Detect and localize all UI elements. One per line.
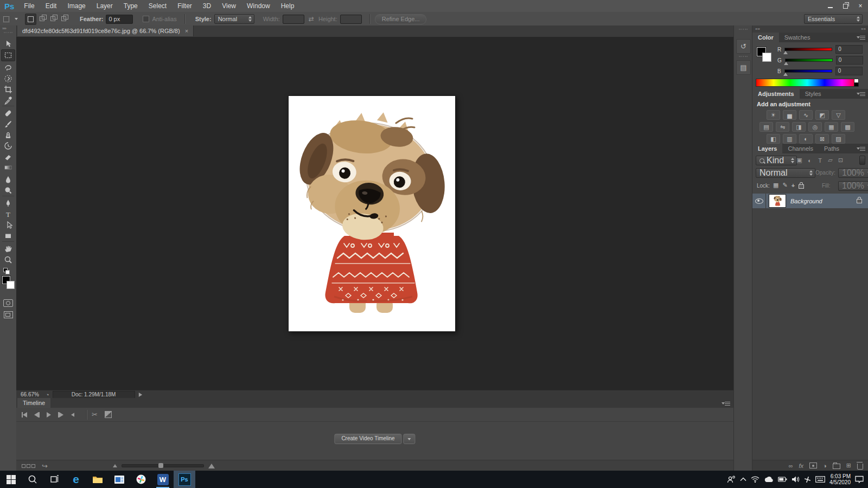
pixel-layers-filter-icon[interactable]: ▣: [795, 156, 804, 165]
workspace-select[interactable]: Essentials: [804, 14, 863, 24]
touch-keyboard-icon[interactable]: [815, 476, 825, 483]
properties-panel-icon[interactable]: ▤: [736, 60, 751, 75]
swap-dimensions-icon[interactable]: ⇄: [309, 15, 314, 23]
green-slider-thumb[interactable]: [784, 62, 788, 65]
blue-slider-thumb[interactable]: [783, 73, 788, 76]
new-adjustment-layer-icon[interactable]: ◑: [823, 463, 827, 469]
lock-transparency-icon[interactable]: ▦: [773, 182, 778, 189]
background-color-swatch[interactable]: [7, 281, 15, 289]
task-view-button[interactable]: [43, 471, 65, 488]
levels-adjustment-icon[interactable]: ▅: [783, 110, 796, 120]
document-canvas[interactable]: [288, 95, 456, 332]
threshold-adjustment-icon[interactable]: ◐: [799, 134, 813, 144]
delete-layer-icon[interactable]: [857, 464, 863, 470]
document-tab[interactable]: dfd492cfe80dc5f63d91fd019ce8e76c.jpg @ 6…: [17, 25, 194, 36]
hand-tool[interactable]: [2, 243, 15, 254]
black-white-adjustment-icon[interactable]: ◨: [792, 122, 806, 132]
strip-grip[interactable]: [739, 56, 748, 57]
new-selection-mode-button[interactable]: [25, 14, 36, 25]
wifi-icon[interactable]: [751, 476, 760, 483]
add-layer-mask-icon[interactable]: [809, 463, 817, 468]
photoshop-taskbar-button[interactable]: Ps: [174, 471, 195, 488]
menu-file[interactable]: File: [18, 0, 40, 12]
toolbar-grip[interactable]: [4, 32, 12, 33]
tab-color[interactable]: Color: [752, 33, 779, 42]
posterize-adjustment-icon[interactable]: ▥: [783, 134, 796, 144]
lock-pixels-icon[interactable]: ✎: [782, 182, 787, 189]
volume-icon[interactable]: [792, 476, 800, 483]
tab-paths[interactable]: Paths: [819, 144, 845, 153]
background-layer-row[interactable]: Background: [752, 194, 868, 208]
zoom-tool[interactable]: [2, 254, 15, 265]
layer-thumbnail[interactable]: [769, 194, 786, 208]
rectangular-marquee-tool[interactable]: [1, 49, 15, 61]
expand-dock-icon[interactable]: »»: [861, 27, 866, 31]
color-spectrum-ramp[interactable]: [756, 79, 859, 87]
quick-mask-button[interactable]: [2, 298, 15, 308]
search-button[interactable]: [22, 471, 43, 488]
crop-tool[interactable]: [2, 84, 15, 94]
create-video-timeline-button[interactable]: Create Video Timeline: [334, 434, 401, 444]
next-frame-button[interactable]: [58, 412, 63, 418]
history-panel-icon[interactable]: ↺: [736, 39, 751, 54]
doc-size-field[interactable]: Doc: 1.29M/1.18M: [53, 391, 135, 399]
spot-healing-brush-tool[interactable]: [2, 108, 15, 118]
foreground-background-swatches[interactable]: [2, 276, 14, 292]
new-layer-icon[interactable]: ⊞: [846, 462, 851, 469]
menu-view[interactable]: View: [216, 0, 241, 12]
tool-preset-picker[interactable]: [3, 16, 18, 22]
adjustments-panel-menu-icon[interactable]: [857, 91, 866, 97]
word-button[interactable]: W: [152, 471, 174, 488]
photo-filter-adjustment-icon[interactable]: ◎: [808, 122, 822, 132]
lasso-tool[interactable]: [2, 62, 15, 73]
audio-mute-button[interactable]: [71, 412, 75, 418]
blend-mode-select[interactable]: Normal: [756, 168, 815, 178]
opacity-select[interactable]: 100%: [838, 168, 868, 178]
collapse-dock-icon[interactable]: ««: [755, 27, 760, 31]
timeline-tab[interactable]: Timeline: [17, 398, 50, 408]
close-button[interactable]: ×: [853, 0, 868, 12]
menu-layer[interactable]: Layer: [91, 0, 118, 12]
timeline-panel-menu-icon[interactable]: [722, 401, 731, 406]
menu-edit[interactable]: Edit: [40, 0, 62, 12]
lock-position-icon[interactable]: +: [792, 182, 795, 189]
dodge-tool[interactable]: [2, 185, 15, 195]
file-explorer-button[interactable]: [87, 471, 108, 488]
tab-channels[interactable]: Channels: [782, 144, 818, 153]
fill-select[interactable]: 100%: [838, 181, 868, 191]
feather-input[interactable]: 0 px: [106, 15, 133, 24]
background-color-swatch[interactable]: [762, 53, 771, 62]
color-panel-swatch-widget[interactable]: [757, 47, 774, 65]
green-slider[interactable]: [785, 59, 833, 62]
start-button[interactable]: [0, 471, 22, 488]
eraser-tool[interactable]: [2, 151, 15, 162]
eyedropper-tool[interactable]: [2, 95, 15, 105]
toolbar-collapse-icon[interactable]: »»: [2, 26, 6, 31]
color-lookup-adjustment-icon[interactable]: ▩: [841, 122, 854, 132]
hue-saturation-adjustment-icon[interactable]: ▤: [760, 122, 773, 132]
link-layers-icon[interactable]: ∞: [789, 463, 793, 469]
color-balance-adjustment-icon[interactable]: ⇋: [776, 122, 789, 132]
zoom-slider-track[interactable]: [122, 464, 204, 467]
zoom-in-mountain-icon[interactable]: [208, 464, 215, 468]
quick-selection-tool[interactable]: [2, 73, 15, 84]
status-flyout-arrow-icon[interactable]: [138, 393, 142, 397]
layer-name[interactable]: Background: [790, 198, 857, 204]
exposure-adjustment-icon[interactable]: ◩: [815, 110, 829, 120]
people-icon[interactable]: [727, 476, 736, 483]
red-value-field[interactable]: 0: [835, 45, 863, 54]
black-swatch-corner[interactable]: [854, 82, 859, 87]
create-timeline-dropdown-button[interactable]: [404, 434, 416, 444]
new-group-icon[interactable]: [833, 464, 840, 469]
battery-icon[interactable]: [778, 477, 787, 482]
tab-swatches[interactable]: Swatches: [779, 33, 816, 42]
menu-window[interactable]: Window: [241, 0, 276, 12]
antialias-checkbox[interactable]: [143, 16, 149, 22]
vibrance-adjustment-icon[interactable]: ▽: [832, 110, 845, 120]
zoom-level-field[interactable]: 66.67%: [21, 391, 39, 397]
previous-frame-button[interactable]: [34, 412, 40, 418]
path-selection-tool[interactable]: [2, 220, 15, 230]
adjustment-layers-filter-icon[interactable]: ◐: [805, 156, 814, 165]
strip-grip[interactable]: [739, 29, 748, 30]
height-input[interactable]: [340, 15, 362, 24]
